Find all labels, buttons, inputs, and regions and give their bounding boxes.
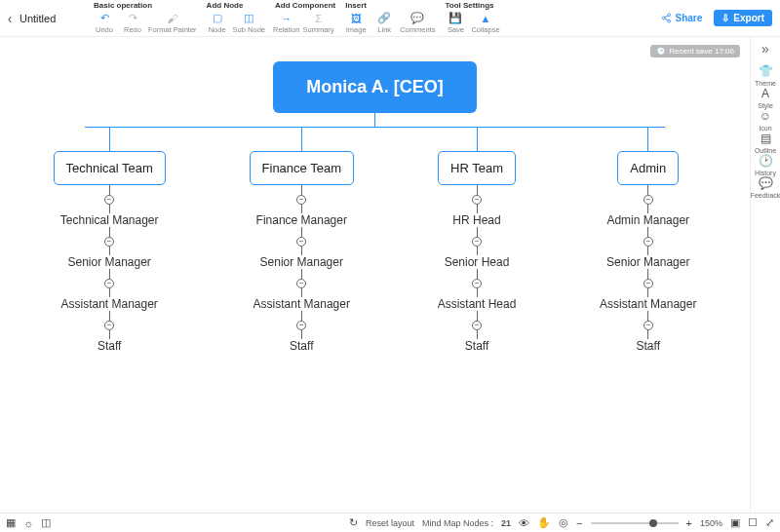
- toolbar-group-title: Add Node: [205, 0, 265, 10]
- toolbar-group-title: Insert: [343, 0, 435, 10]
- org-node[interactable]: Senior Head: [445, 255, 510, 269]
- toolbar-comments-button[interactable]: 💬Comments: [400, 11, 435, 35]
- connector: [647, 205, 648, 213]
- org-node[interactable]: Admin Manager: [606, 213, 689, 227]
- document-title[interactable]: Untitled: [20, 0, 88, 36]
- toolbar-collapse-button[interactable]: ▲Collapse: [471, 11, 499, 35]
- collapse-node-button[interactable]: −: [104, 279, 114, 288]
- collapse-node-button[interactable]: −: [472, 279, 482, 288]
- toolbar-button-label: Redo: [124, 25, 141, 34]
- icon-icon: ☺: [760, 109, 771, 123]
- collapse-node-button[interactable]: −: [296, 195, 306, 205]
- rail-history-button[interactable]: 🕑History: [751, 154, 780, 176]
- export-button[interactable]: ⇩ Export: [714, 10, 772, 26]
- org-node[interactable]: Staff: [290, 339, 313, 353]
- reset-layout-icon[interactable]: ↻: [349, 516, 358, 529]
- hand-icon[interactable]: ✋: [537, 516, 551, 529]
- collapse-node-button[interactable]: −: [644, 321, 653, 330]
- rail-style-button[interactable]: AStyle: [751, 87, 780, 109]
- toolbar-save-button[interactable]: 💾Save: [443, 11, 468, 35]
- connector: [109, 311, 110, 321]
- org-node[interactable]: HR Head: [452, 213, 500, 227]
- rail-label: History: [755, 170, 776, 176]
- target-icon[interactable]: ◎: [559, 516, 568, 529]
- collapse-node-button[interactable]: −: [472, 195, 482, 205]
- toolbar-link-button[interactable]: 🔗Link: [371, 11, 397, 35]
- team-node[interactable]: HR Team: [438, 151, 516, 185]
- zoom-slider[interactable]: [591, 522, 679, 524]
- toolbar-button-label: Image: [346, 25, 367, 34]
- share-icon: [661, 13, 672, 23]
- collapse-node-button[interactable]: −: [296, 237, 306, 247]
- fullscreen-icon[interactable]: ☐: [748, 516, 758, 529]
- rail-icon-button[interactable]: ☺Icon: [751, 109, 780, 132]
- expand-icon[interactable]: ⤢: [765, 516, 774, 529]
- toolbar-format-painter-button[interactable]: 🖌Format Painter: [148, 11, 197, 35]
- org-node[interactable]: Senior Manager: [67, 255, 150, 269]
- connector: [109, 269, 110, 279]
- collapse-node-button[interactable]: −: [104, 237, 114, 247]
- toolbar-summary-button[interactable]: ΣSummary: [303, 11, 334, 35]
- toolbar-group-add-component: Add Component→RelationΣSummary: [273, 0, 335, 36]
- collapse-node-button[interactable]: −: [472, 321, 482, 330]
- layout-icon[interactable]: ◫: [41, 516, 51, 529]
- org-node[interactable]: Assistant Manager: [600, 297, 696, 311]
- org-node[interactable]: Assistant Manager: [60, 297, 157, 311]
- toolbar-undo-button[interactable]: ↶Undo: [92, 11, 117, 35]
- rail-label: Outline: [755, 147, 776, 154]
- collapse-node-button[interactable]: −: [296, 321, 306, 330]
- org-node[interactable]: Staff: [465, 339, 488, 353]
- reset-layout-button[interactable]: Reset layout: [366, 518, 414, 528]
- connector: [109, 205, 110, 213]
- nodes-count-label: Mind Map Nodes :: [422, 518, 493, 528]
- connector: [477, 128, 478, 151]
- sun-icon[interactable]: ☼: [23, 517, 33, 529]
- svg-point-2: [667, 19, 670, 22]
- toolbar-relation-button[interactable]: →Relation: [273, 11, 300, 35]
- org-node[interactable]: Senior Manager: [606, 255, 689, 269]
- team-node[interactable]: Admin: [617, 151, 679, 185]
- connector: [301, 185, 302, 195]
- eye-icon[interactable]: 👁: [519, 517, 529, 529]
- org-node[interactable]: Staff: [637, 339, 660, 353]
- feedback-icon: 💬: [759, 176, 773, 190]
- map-view-icon[interactable]: ▦: [6, 516, 16, 529]
- collapse-node-button[interactable]: −: [104, 321, 114, 330]
- share-button[interactable]: Share: [661, 13, 703, 23]
- connector: [374, 113, 375, 127]
- org-node[interactable]: Assistant Manager: [254, 297, 350, 311]
- collapse-node-button[interactable]: −: [644, 237, 653, 247]
- bottom-bar: ▦ ☼ ◫ ↻ Reset layout Mind Map Nodes : 21…: [0, 513, 780, 532]
- toolbar-node-button[interactable]: ▢Node: [205, 11, 230, 35]
- zoom-in-button[interactable]: +: [686, 517, 692, 529]
- rail-label: Style: [758, 102, 773, 109]
- org-node[interactable]: Senior Manager: [260, 255, 343, 269]
- connector: [301, 128, 302, 151]
- org-node[interactable]: Staff: [98, 339, 121, 353]
- back-button[interactable]: ‹: [0, 0, 20, 36]
- zoom-out-button[interactable]: −: [576, 517, 582, 529]
- collapse-node-button[interactable]: −: [104, 195, 114, 205]
- org-node[interactable]: Assistant Head: [438, 297, 517, 311]
- toolbar-redo-button[interactable]: ↷Redo: [120, 11, 145, 35]
- connector: [647, 128, 648, 151]
- link-icon: 🔗: [377, 13, 391, 24]
- toolbar-image-button[interactable]: 🖼Image: [343, 11, 369, 35]
- org-node[interactable]: Finance Manager: [256, 213, 347, 227]
- org-node[interactable]: Technical Manager: [60, 213, 159, 227]
- collapse-node-button[interactable]: −: [296, 279, 306, 288]
- team-node[interactable]: Technical Team: [54, 151, 166, 185]
- root-node[interactable]: Monica A. [CEO]: [273, 61, 476, 113]
- collapse-node-button[interactable]: −: [644, 195, 653, 205]
- collapse-node-button[interactable]: −: [472, 237, 482, 247]
- toolbar-sub-node-button[interactable]: ◫Sub Node: [233, 11, 265, 35]
- collapse-node-button[interactable]: −: [644, 279, 653, 288]
- toolbar-button-label: Format Painter: [148, 25, 197, 34]
- rail-feedback-button[interactable]: 💬Feedback: [751, 176, 780, 199]
- rail-outline-button[interactable]: ▤Outline: [751, 132, 780, 154]
- canvas[interactable]: 🕑 Recent save 17:06 Monica A. [CEO] Tech…: [0, 37, 751, 513]
- rail-theme-button[interactable]: 👕Theme: [751, 64, 780, 87]
- fit-icon[interactable]: ▣: [730, 516, 740, 529]
- team-node[interactable]: Finance Team: [250, 151, 354, 185]
- collapse-rail-button[interactable]: »: [761, 41, 769, 57]
